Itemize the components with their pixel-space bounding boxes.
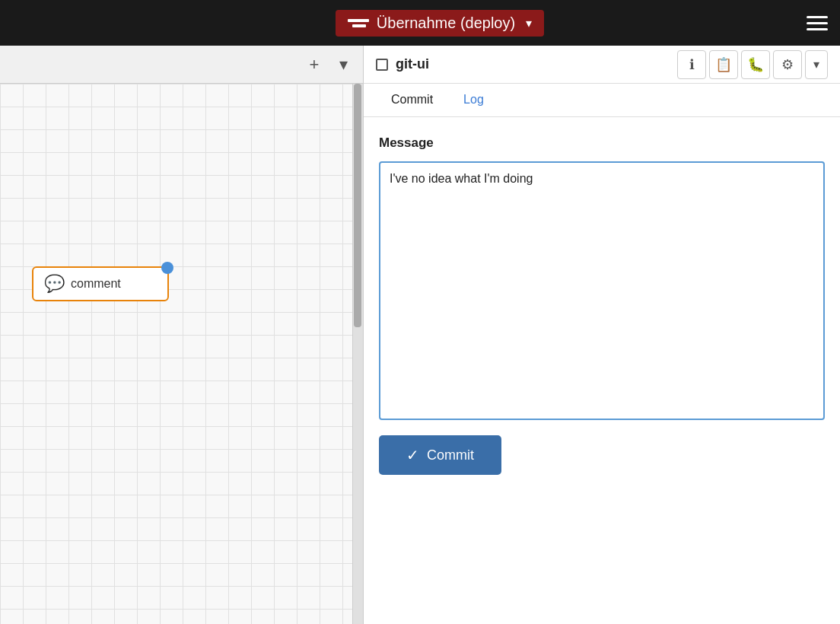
grid-canvas[interactable]: 💬 comment bbox=[0, 84, 352, 624]
scrollbar-track[interactable] bbox=[352, 84, 363, 624]
header-icons: ℹ 📋 🐛 ⚙ ▾ bbox=[677, 50, 828, 79]
comment-dot-indicator bbox=[161, 262, 173, 274]
tab-log[interactable]: Log bbox=[448, 84, 499, 117]
bug-button[interactable]: 🐛 bbox=[741, 50, 770, 79]
panel-content: Message I've no idea what I'm doing ✓ Co… bbox=[364, 117, 840, 624]
navbar-title: Übernahme (deploy) bbox=[377, 14, 515, 32]
main-layout: + ▾ 💬 comment git-ui ℹ 📋 bbox=[0, 46, 840, 624]
commit-btn-row: ✓ Commit bbox=[379, 435, 825, 475]
add-button[interactable]: + bbox=[302, 53, 326, 77]
comment-node-label: comment bbox=[71, 277, 121, 291]
settings-button[interactable]: ⚙ bbox=[773, 50, 802, 79]
brand-logo bbox=[348, 19, 369, 27]
repo-name: git-ui bbox=[396, 56, 670, 72]
scrollbar-thumb[interactable] bbox=[354, 84, 361, 327]
header-chevron-button[interactable]: ▾ bbox=[805, 50, 828, 79]
message-textarea[interactable]: I've no idea what I'm doing bbox=[379, 161, 825, 420]
tab-commit[interactable]: Commit bbox=[376, 84, 448, 117]
commit-button-label: Commit bbox=[427, 447, 474, 463]
comment-node[interactable]: 💬 comment bbox=[32, 266, 169, 301]
deploy-dropdown[interactable]: Übernahme (deploy) ▾ bbox=[336, 10, 544, 37]
hamburger-menu-button[interactable] bbox=[807, 16, 828, 30]
right-header: git-ui ℹ 📋 🐛 ⚙ ▾ bbox=[364, 46, 840, 84]
left-toolbar: + ▾ bbox=[0, 46, 363, 84]
checkmark-icon: ✓ bbox=[406, 446, 419, 464]
left-panel: + ▾ 💬 comment bbox=[0, 46, 364, 624]
tabs-row: Commit Log bbox=[364, 84, 840, 117]
right-panel: git-ui ℹ 📋 🐛 ⚙ ▾ Commit Log Message I've… bbox=[364, 46, 840, 624]
message-section-title: Message bbox=[379, 135, 825, 151]
comment-icon: 💬 bbox=[44, 274, 65, 294]
commit-button[interactable]: ✓ Commit bbox=[379, 435, 501, 475]
canvas-area: 💬 comment bbox=[0, 84, 363, 624]
notebook-button[interactable]: 📋 bbox=[709, 50, 738, 79]
repo-checkbox[interactable] bbox=[376, 59, 388, 71]
navbar: Übernahme (deploy) ▾ bbox=[0, 0, 840, 46]
info-button[interactable]: ℹ bbox=[677, 50, 706, 79]
chevron-down-icon: ▾ bbox=[526, 16, 532, 30]
toolbar-dropdown-button[interactable]: ▾ bbox=[331, 53, 355, 77]
